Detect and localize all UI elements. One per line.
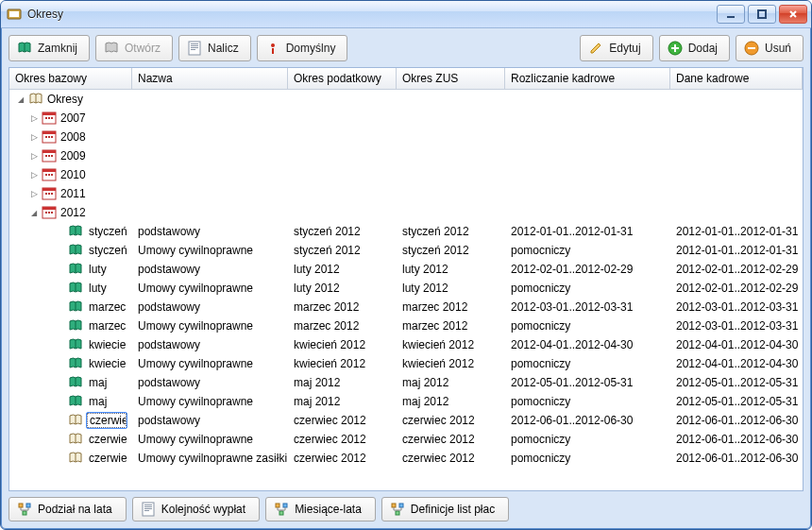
toolbar-calc-button[interactable]: Nalicz [178, 35, 251, 61]
cell-okres: czerwiec [87, 413, 127, 428]
toolbar-delete-button[interactable]: Usuń [736, 35, 804, 61]
tree-year[interactable]: ◢2012 [9, 203, 803, 222]
tree-year-label: 2012 [60, 206, 86, 219]
chevron-right-icon[interactable]: ▷ [28, 113, 40, 123]
svg-rect-32 [51, 174, 53, 176]
table-row[interactable]: czerwiecpodstawowyczerwiec 2012czerwiec … [9, 411, 803, 430]
table-row[interactable]: styczeńpodstawowystyczeń 2012styczeń 201… [9, 222, 803, 241]
svg-rect-44 [26, 504, 30, 507]
cell-podatek: maj 2012 [288, 373, 397, 392]
chevron-right-icon[interactable]: ▷ [28, 151, 40, 161]
tree-root[interactable]: ◢Okresy [9, 90, 803, 109]
chevron-down-icon[interactable]: ◢ [15, 95, 26, 104]
svg-rect-16 [48, 117, 50, 119]
svg-rect-37 [51, 193, 53, 195]
chevron-right-icon[interactable]: ▷ [28, 132, 40, 142]
svg-rect-55 [399, 504, 403, 507]
table-row[interactable]: marzecUmowy cywilnoprawnemarzec 2012marz… [9, 316, 803, 335]
grid-body[interactable]: ◢Okresy▷2007▷2008▷2009▷2010▷2011◢2012sty… [9, 90, 803, 490]
cell-dane: 2012-05-01..2012-05-31 [670, 392, 803, 411]
cell-nazwa: podstawowy [132, 373, 288, 392]
book-open-icon [68, 432, 83, 447]
table-row[interactable]: styczeńUmowy cywilnoprawnestyczeń 2012st… [9, 241, 803, 260]
cell-okres: maj [87, 376, 127, 389]
tab-payroll[interactable]: Definicje list płac [381, 497, 509, 521]
table-row[interactable]: majUmowy cywilnoprawnemaj 2012maj 2012po… [9, 392, 803, 411]
toolbar-add-button[interactable]: Dodaj [659, 35, 730, 61]
table-row[interactable]: lutyUmowy cywilnoprawneluty 2012luty 201… [9, 279, 803, 298]
button-label: Nalicz [208, 42, 239, 55]
tab-months[interactable]: Miesiące-lata [265, 497, 376, 521]
col-okres-podatkowy[interactable]: Okres podatkowy [288, 68, 397, 89]
cell-rozl: pomocniczy [505, 354, 670, 373]
col-dane[interactable]: Dane kadrowe [670, 68, 803, 89]
calendar-icon [42, 148, 57, 163]
titlebar[interactable]: Okresy [1, 1, 811, 28]
col-nazwa[interactable]: Nazwa [132, 68, 288, 89]
svg-rect-7 [191, 47, 198, 48]
cell-zus: czerwiec 2012 [397, 449, 505, 468]
cell-rozl: pomocniczy [505, 430, 670, 449]
cell-rozl: pomocniczy [505, 241, 670, 260]
button-label: Usuń [765, 42, 791, 55]
table-row[interactable]: czerwiecUmowy cywilnoprawneczerwiec 2012… [9, 430, 803, 449]
maximize-button[interactable] [748, 5, 776, 24]
cell-okres: kwiecień [87, 357, 127, 370]
tree-year[interactable]: ▷2008 [9, 128, 803, 146]
tab-order[interactable]: Kolejność wypłat [132, 497, 260, 521]
tab-label: Kolejność wypłat [161, 503, 245, 516]
table-row[interactable]: kwiecieńUmowy cywilnoprawnekwiecień 2012… [9, 354, 803, 373]
cell-okres: marzec [87, 300, 127, 314]
tree-year[interactable]: ▷2011 [9, 184, 803, 203]
button-label: Edytuj [609, 42, 640, 55]
svg-rect-47 [144, 504, 152, 505]
book-open-icon [68, 413, 83, 428]
col-okres-bazowy[interactable]: Okres bazowy [9, 68, 132, 89]
minimize-button[interactable] [717, 5, 745, 24]
close-button[interactable] [779, 5, 807, 24]
book-green-icon [68, 318, 83, 333]
book-green-icon [68, 375, 83, 390]
svg-rect-5 [191, 43, 198, 44]
svg-rect-21 [48, 136, 50, 138]
cell-okres: maj [87, 395, 127, 408]
svg-rect-54 [392, 504, 396, 507]
table-row[interactable]: majpodstawowymaj 2012maj 20122012-05-01.… [9, 373, 803, 392]
cell-rozl: 2012-06-01..2012-06-30 [505, 411, 670, 430]
toolbar-edit-button[interactable]: Edytuj [580, 35, 652, 61]
svg-rect-49 [144, 508, 152, 509]
col-okres-zus[interactable]: Okres ZUS [397, 68, 505, 89]
chevron-right-icon[interactable]: ▷ [28, 189, 40, 198]
toolbar-default-button[interactable]: Domyślny [257, 35, 348, 61]
tree-year-label: 2010 [60, 168, 86, 181]
tree-year[interactable]: ▷2010 [9, 165, 803, 184]
tab-years[interactable]: Podział na lata [8, 497, 127, 521]
button-label: Domyślny [286, 42, 336, 55]
table-row[interactable]: kwiecieńpodstawowykwiecień 2012kwiecień … [9, 335, 803, 354]
cell-zus: marzec 2012 [397, 298, 505, 316]
cell-rozl: pomocniczy [505, 392, 670, 411]
book-green-icon [17, 41, 32, 56]
button-label: Zamknij [38, 42, 77, 55]
window-controls [717, 5, 807, 24]
hier-icon [17, 502, 32, 517]
table-row[interactable]: marzecpodstawowymarzec 2012marzec 201220… [9, 298, 803, 316]
calendar-icon [42, 186, 57, 201]
cell-dane: 2012-04-01..2012-04-30 [670, 335, 803, 354]
table-row[interactable]: czerwiecUmowy cywilnoprawne zasiłkiczerw… [9, 449, 803, 468]
window-okresy: Okresy ZamknijOtwórzNaliczDomyślny Edytu… [0, 0, 812, 530]
tree-year[interactable]: ▷2009 [9, 146, 803, 165]
toolbar-close-button[interactable]: Zamknij [8, 35, 90, 61]
cell-dane: 2012-06-01..2012-06-30 [670, 411, 803, 430]
cell-dane: 2012-02-01..2012-02-29 [670, 279, 803, 298]
cell-dane: 2012-04-01..2012-04-30 [670, 354, 803, 373]
cell-podatek: kwiecień 2012 [288, 354, 397, 373]
cell-okres: czerwiec [87, 452, 127, 465]
col-rozliczanie[interactable]: Rozliczanie kadrowe [505, 68, 670, 89]
book-green-icon [68, 224, 83, 239]
chevron-right-icon[interactable]: ▷ [28, 170, 40, 180]
tree-year[interactable]: ▷2007 [9, 109, 803, 128]
chevron-down-icon[interactable]: ◢ [28, 209, 40, 217]
table-row[interactable]: lutypodstawowyluty 2012luty 20122012-02-… [9, 260, 803, 279]
svg-rect-15 [45, 117, 47, 119]
